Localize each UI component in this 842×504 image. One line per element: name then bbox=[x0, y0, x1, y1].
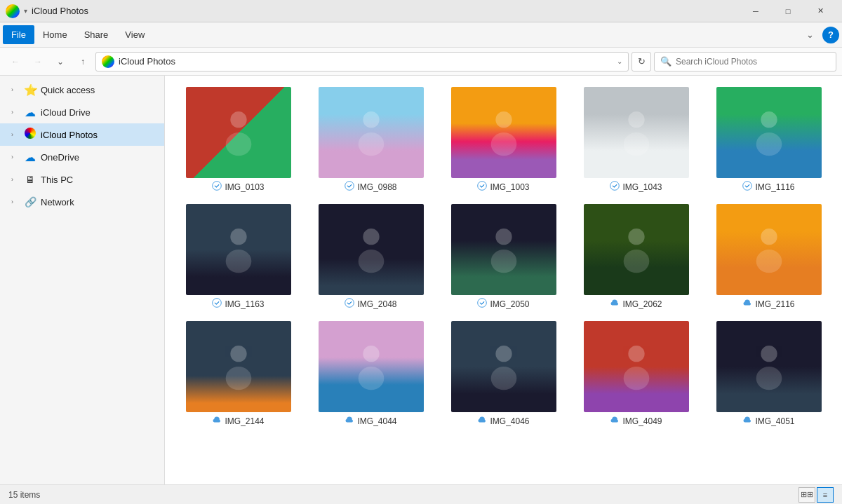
sidebar-item-icloud-photos[interactable]: › iCloud Photos bbox=[0, 123, 164, 146]
sync-icon-img-2062 bbox=[610, 298, 620, 310]
photo-label-img-4049: IMG_4049 bbox=[610, 415, 662, 427]
svg-point-17 bbox=[213, 299, 222, 308]
sidebar-item-onedrive[interactable]: › ☁ OneDrive bbox=[0, 146, 164, 168]
photo-item-img-4046[interactable]: IMG_4046 bbox=[441, 321, 566, 427]
sidebar-item-quick-access[interactable]: › ⭐ Quick access bbox=[0, 79, 164, 101]
sidebar-label-this-pc: This PC bbox=[41, 175, 73, 185]
photo-thumb-img-0103 bbox=[186, 87, 291, 178]
network-icon: 🔗 bbox=[24, 196, 36, 207]
svg-point-23 bbox=[478, 299, 487, 308]
back-button[interactable]: ← bbox=[6, 52, 25, 71]
photo-name-img-2144: IMG_2144 bbox=[225, 416, 264, 426]
photo-thumb-img-1116 bbox=[716, 87, 822, 178]
photo-name-img-2116: IMG_2116 bbox=[755, 299, 794, 309]
photo-name-img-1003: IMG_1003 bbox=[490, 182, 529, 192]
sidebar-item-this-pc[interactable]: › 🖥 This PC bbox=[0, 168, 164, 191]
expand-icon: › bbox=[11, 176, 20, 183]
title-bar-arrow[interactable]: ▾ bbox=[24, 7, 27, 15]
sync-icon-img-2116 bbox=[742, 298, 752, 310]
photo-item-img-2144[interactable]: IMG_2144 bbox=[176, 321, 300, 427]
search-input[interactable] bbox=[676, 57, 830, 67]
forward-button[interactable]: → bbox=[28, 52, 48, 71]
svg-point-28 bbox=[230, 346, 246, 362]
photo-item-img-1163[interactable]: IMG_1163 bbox=[176, 204, 300, 310]
photo-item-img-4049[interactable]: IMG_4049 bbox=[574, 321, 698, 427]
menu-chevron[interactable]: ⌄ bbox=[801, 25, 820, 44]
sidebar-item-icloud-drive[interactable]: › ☁ iCloud Drive bbox=[0, 101, 164, 123]
address-box[interactable]: iCloud Photos ⌄ bbox=[95, 52, 629, 71]
expand-icon: › bbox=[11, 86, 20, 93]
help-button[interactable]: ? bbox=[822, 27, 839, 43]
svg-point-2 bbox=[213, 182, 222, 191]
svg-point-9 bbox=[628, 111, 644, 128]
photo-name-img-0103: IMG_0103 bbox=[225, 182, 264, 192]
photo-name-img-2048: IMG_2048 bbox=[357, 299, 396, 309]
photo-grid: IMG_0103 IMG_0988 IMG_1003 IMG_1043 IMG_… bbox=[176, 87, 831, 427]
status-bar: 15 items ⊞⊞ ≡ bbox=[0, 484, 842, 504]
app-icon bbox=[6, 4, 20, 18]
photo-name-img-2062: IMG_2062 bbox=[622, 299, 662, 309]
address-chevron-icon[interactable]: ⌄ bbox=[617, 57, 622, 65]
menu-share[interactable]: Share bbox=[76, 25, 117, 44]
photo-item-img-2062[interactable]: IMG_2062 bbox=[574, 204, 698, 310]
menu-bar: File Home Share View ⌄ ? bbox=[0, 22, 842, 48]
sync-icon-img-4044 bbox=[345, 415, 354, 427]
photo-item-img-4044[interactable]: IMG_4044 bbox=[309, 321, 433, 427]
search-box[interactable]: 🔍 bbox=[654, 52, 836, 71]
close-button[interactable]: ✕ bbox=[804, 0, 836, 22]
sidebar-item-network[interactable]: › 🔗 Network bbox=[0, 191, 164, 213]
item-count: 15 items bbox=[8, 490, 40, 500]
photo-item-img-2050[interactable]: IMG_2050 bbox=[441, 204, 566, 310]
sync-icon-img-4051 bbox=[742, 415, 752, 427]
svg-point-4 bbox=[358, 132, 384, 156]
svg-point-33 bbox=[490, 367, 516, 390]
photo-item-img-0988[interactable]: IMG_0988 bbox=[309, 87, 433, 193]
maximize-button[interactable]: □ bbox=[772, 0, 804, 22]
expand-icon: › bbox=[11, 198, 20, 205]
svg-point-3 bbox=[363, 111, 379, 128]
details-view-button[interactable]: ≡ bbox=[817, 487, 834, 503]
photo-name-img-4051: IMG_4051 bbox=[755, 416, 794, 426]
photo-item-img-4051[interactable]: IMG_4051 bbox=[707, 321, 831, 427]
refresh-button[interactable]: ↻ bbox=[632, 52, 651, 71]
photo-thumb-img-2144 bbox=[186, 321, 291, 412]
menu-home[interactable]: Home bbox=[34, 25, 76, 44]
svg-point-34 bbox=[628, 346, 644, 362]
recent-locations-button[interactable]: ⌄ bbox=[51, 52, 70, 71]
expand-icon: › bbox=[11, 154, 20, 161]
content-area: IMG_0103 IMG_0988 IMG_1003 IMG_1043 IMG_… bbox=[165, 76, 842, 484]
photo-item-img-0103[interactable]: IMG_0103 bbox=[176, 87, 300, 193]
photo-name-img-4046: IMG_4046 bbox=[490, 416, 529, 426]
view-toggles: ⊞⊞ ≡ bbox=[798, 487, 834, 503]
svg-point-22 bbox=[490, 250, 516, 273]
svg-point-27 bbox=[756, 250, 782, 273]
large-icons-view-button[interactable]: ⊞⊞ bbox=[798, 487, 815, 503]
photo-name-img-1043: IMG_1043 bbox=[622, 182, 662, 192]
up-button[interactable]: ↑ bbox=[73, 52, 93, 71]
menu-file[interactable]: File bbox=[3, 25, 34, 44]
sync-icon-img-1043 bbox=[610, 181, 620, 193]
photo-thumb-img-4044 bbox=[319, 321, 424, 412]
photo-label-img-2062: IMG_2062 bbox=[610, 298, 662, 310]
sidebar: › ⭐ Quick access › ☁ iCloud Drive › iClo… bbox=[0, 76, 165, 484]
photo-item-img-2048[interactable]: IMG_2048 bbox=[309, 204, 433, 310]
sync-icon-img-0988 bbox=[345, 181, 354, 193]
sidebar-label-network: Network bbox=[41, 197, 74, 207]
photo-item-img-1116[interactable]: IMG_1116 bbox=[707, 87, 831, 193]
svg-point-36 bbox=[761, 346, 777, 362]
main-layout: › ⭐ Quick access › ☁ iCloud Drive › iClo… bbox=[0, 76, 842, 484]
svg-point-8 bbox=[478, 182, 487, 191]
sync-icon-img-4049 bbox=[610, 415, 620, 427]
photo-item-img-1003[interactable]: IMG_1003 bbox=[441, 87, 566, 193]
minimize-button[interactable]: ─ bbox=[740, 0, 772, 22]
menu-bar-right: ⌄ ? bbox=[801, 25, 839, 44]
sync-icon-img-1163 bbox=[212, 298, 222, 310]
svg-point-11 bbox=[610, 182, 620, 191]
menu-view[interactable]: View bbox=[116, 25, 153, 44]
photo-item-img-1043[interactable]: IMG_1043 bbox=[574, 87, 698, 193]
svg-point-13 bbox=[756, 132, 782, 156]
icloud-drive-icon: ☁ bbox=[24, 106, 36, 119]
photo-item-img-2116[interactable]: IMG_2116 bbox=[707, 204, 831, 310]
svg-point-16 bbox=[225, 250, 251, 273]
svg-point-30 bbox=[363, 346, 379, 362]
